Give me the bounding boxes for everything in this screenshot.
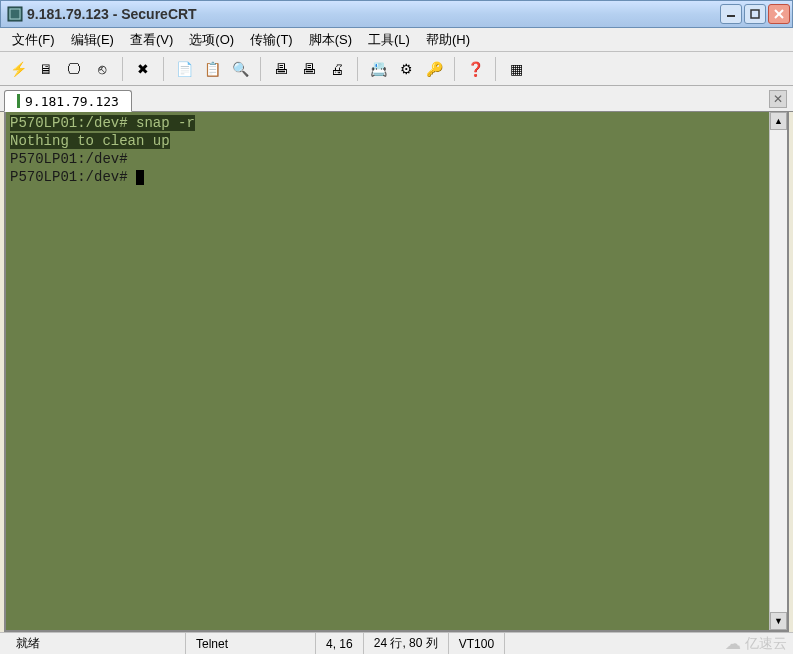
watermark: ☁ 亿速云: [725, 634, 787, 653]
menu-view[interactable]: 查看(V): [124, 29, 179, 51]
toolbar-separator: [454, 57, 455, 81]
options-icon[interactable]: ⚙: [394, 57, 418, 81]
minimize-button[interactable]: [720, 4, 742, 24]
menubar: 文件(F) 编辑(E) 查看(V) 选项(O) 传输(T) 脚本(S) 工具(L…: [0, 28, 793, 52]
status-ready: 就绪: [6, 633, 186, 654]
close-button[interactable]: [768, 4, 790, 24]
maximize-button[interactable]: [744, 4, 766, 24]
scroll-down-button[interactable]: ▼: [770, 612, 787, 630]
find-icon[interactable]: 🔍: [228, 57, 252, 81]
window-title: 9.181.79.123 - SecureCRT: [27, 6, 720, 22]
menu-options[interactable]: 选项(O): [183, 29, 240, 51]
toolbar-separator: [260, 57, 261, 81]
status-protocol: Telnet: [186, 633, 316, 654]
connect-icon[interactable]: 🖥: [34, 57, 58, 81]
menu-script[interactable]: 脚本(S): [303, 29, 358, 51]
tab-close-button[interactable]: ✕: [769, 90, 787, 108]
status-emulation: VT100: [449, 633, 505, 654]
toggle-icon[interactable]: ▦: [504, 57, 528, 81]
print-screen-icon[interactable]: 🖶: [269, 57, 293, 81]
scroll-up-button[interactable]: ▲: [770, 112, 787, 130]
quick-connect-icon[interactable]: ⚡: [6, 57, 30, 81]
statusbar: 就绪 Telnet 4, 16 24 行, 80 列 VT100 ☁ 亿速云: [0, 632, 793, 654]
menu-transfer[interactable]: 传输(T): [244, 29, 299, 51]
toolbar-separator: [122, 57, 123, 81]
key-icon[interactable]: 🔑: [422, 57, 446, 81]
menu-file[interactable]: 文件(F): [6, 29, 61, 51]
tab-status-indicator: [17, 94, 20, 108]
session-tab[interactable]: 9.181.79.123: [4, 90, 132, 112]
tabbar: 9.181.79.123 ✕: [0, 86, 793, 112]
menu-edit[interactable]: 编辑(E): [65, 29, 120, 51]
print-selection-icon[interactable]: 🖶: [297, 57, 321, 81]
window-buttons: [720, 4, 790, 24]
vertical-scrollbar[interactable]: ▲ ▼: [769, 112, 787, 630]
titlebar: 9.181.79.123 - SecureCRT: [0, 0, 793, 28]
reconnect-icon[interactable]: 🖵: [62, 57, 86, 81]
menu-tools[interactable]: 工具(L): [362, 29, 416, 51]
terminal-line: P570LP01:/dev# snap -r: [10, 114, 765, 132]
status-cursor-pos: 4, 16: [316, 633, 364, 654]
toolbar-separator: [357, 57, 358, 81]
terminal-cursor: [136, 170, 144, 185]
disconnect-icon[interactable]: ⎋: [90, 57, 114, 81]
tab-label: 9.181.79.123: [25, 94, 119, 109]
properties-icon[interactable]: 📇: [366, 57, 390, 81]
delete-icon[interactable]: ✖: [131, 57, 155, 81]
watermark-text: 亿速云: [745, 635, 787, 653]
terminal-line: Nothing to clean up: [10, 132, 765, 150]
toolbar-separator: [163, 57, 164, 81]
print-icon[interactable]: 🖨: [325, 57, 349, 81]
menu-help[interactable]: 帮助(H): [420, 29, 476, 51]
status-size: 24 行, 80 列: [364, 633, 449, 654]
terminal-line: P570LP01:/dev#: [10, 168, 765, 186]
svg-rect-3: [751, 10, 759, 18]
help-icon[interactable]: ❓: [463, 57, 487, 81]
paste-icon[interactable]: 📋: [200, 57, 224, 81]
terminal-line: P570LP01:/dev#: [10, 150, 765, 168]
toolbar: ⚡🖥🖵⎋✖📄📋🔍🖶🖶🖨📇⚙🔑❓▦: [0, 52, 793, 86]
terminal-container: P570LP01:/dev# snap -rNothing to clean u…: [4, 112, 789, 632]
scroll-track[interactable]: [770, 130, 787, 612]
terminal[interactable]: P570LP01:/dev# snap -rNothing to clean u…: [6, 112, 769, 630]
cloud-icon: ☁: [725, 634, 741, 653]
toolbar-separator: [495, 57, 496, 81]
app-icon: [7, 6, 23, 22]
copy-icon[interactable]: 📄: [172, 57, 196, 81]
